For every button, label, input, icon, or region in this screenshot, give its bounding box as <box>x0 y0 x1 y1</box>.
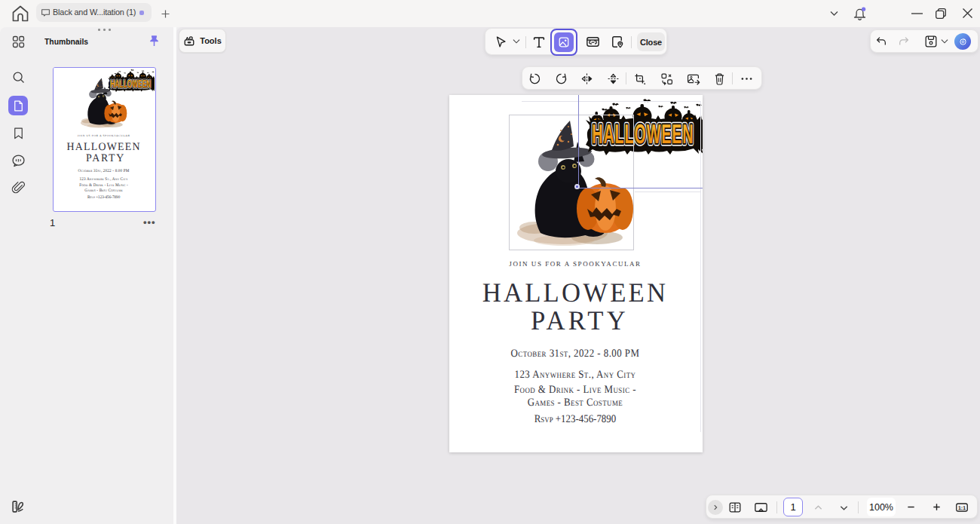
svg-text:1:1: 1:1 <box>958 504 966 510</box>
